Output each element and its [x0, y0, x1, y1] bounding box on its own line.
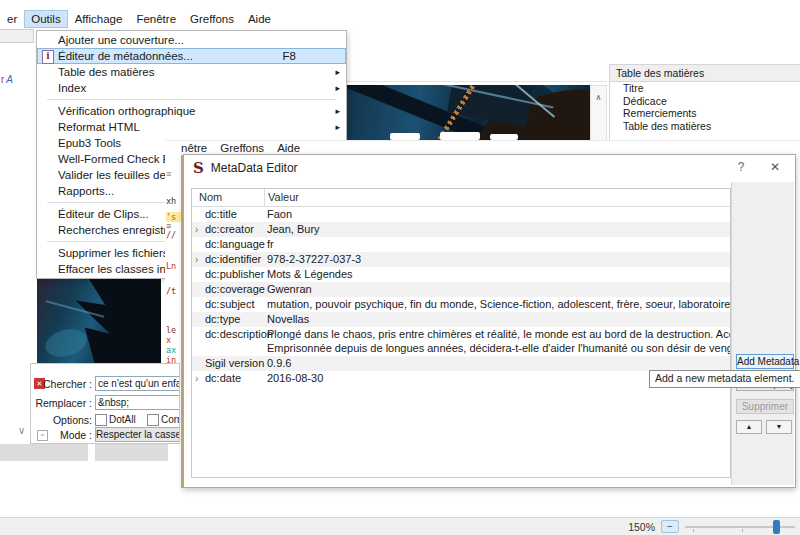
metadata-value-cell: mutation, pouvoir psychique, fin du mond…	[264, 297, 730, 312]
menu-item-label: Ajouter une couverture...	[58, 34, 184, 46]
down-arrow-icon: ▼	[776, 423, 783, 430]
menubar: erOutilsAffichageFenêtreGreffonsAide	[0, 9, 278, 29]
menubar-item-greffons[interactable]: Greffons	[183, 10, 241, 28]
status-bar: 150% −	[0, 517, 800, 535]
scroll-up-icon[interactable]: ∧	[596, 93, 602, 102]
menu-item[interactable]: iÉditeur de métadonnées...F8	[37, 48, 346, 64]
expand-arrow-icon[interactable]: ›	[195, 252, 198, 267]
table-row[interactable]: dc:titleFaon	[192, 207, 730, 222]
menu-item-label: Rapports...	[58, 185, 114, 197]
menu-item[interactable]: Ajouter une couverture...	[37, 32, 346, 48]
mode-label: Mode :	[60, 429, 92, 441]
zoom-out-button[interactable]: −	[661, 520, 679, 533]
search-label: Chercher :	[43, 378, 92, 390]
dialog-screenshot-region: nêtreGreffonsAide ≡xh's≡//Ln/tlexaxinnag…	[165, 140, 800, 488]
submenu-arrow-icon: ▸	[335, 83, 340, 93]
dotall-label: DotAll	[109, 414, 136, 425]
metadata-book-icon: i	[42, 50, 54, 64]
metadata-table[interactable]: Nom Valeur dc:titleFaon›dc:creatorJean, …	[191, 188, 731, 478]
zoom-slider-handle[interactable]	[773, 520, 780, 534]
toc-item[interactable]: Table des matières	[610, 120, 800, 133]
mode-dropdown[interactable]: Respecter la casse	[95, 427, 180, 442]
expand-arrow-icon[interactable]: ›	[195, 371, 198, 386]
dialog-title: MetaData Editor	[211, 161, 298, 175]
menubar-item-outils[interactable]: Outils	[24, 10, 67, 28]
table-row[interactable]: dc:publisherMots & Légendes	[192, 267, 730, 282]
table-row[interactable]: ›dc:identifier978-2-37227-037-3	[192, 252, 730, 267]
table-row[interactable]: dc:subjectmutation, pouvoir psychique, f…	[192, 297, 730, 312]
column-header-valeur[interactable]: Valeur	[264, 189, 730, 206]
metadata-name-cell: dc:language	[192, 237, 264, 252]
metadata-value-line: Plongé dans le chaos, pris entre chimère…	[267, 327, 730, 341]
toc-list: TitreDédicaceRemerciementsTable des mati…	[610, 82, 800, 132]
menu-item-label: Epub3 Tools	[58, 137, 121, 149]
toc-item[interactable]: Dédicace	[610, 95, 800, 108]
submenu-arrow-icon: ▸	[335, 67, 340, 77]
toolbar-format-icons: rA	[1, 74, 15, 85]
metadata-value-line: Emprisonnée depuis de longues années, dé…	[267, 341, 730, 355]
toc-item[interactable]: Titre	[610, 82, 800, 95]
menu-item[interactable]: Table des matières▸	[37, 64, 346, 80]
table-row[interactable]: dc:descriptionPlongé dans le chaos, pris…	[192, 327, 730, 356]
menubar-item-aide[interactable]: Aide	[241, 10, 278, 28]
collapse-chevron-icon[interactable]: ∨	[18, 425, 25, 436]
zoom-tick	[693, 529, 694, 532]
cover-title-letters	[440, 132, 480, 140]
add-metadata-button[interactable]: Add Metadata	[736, 354, 794, 369]
mode-icon: ≈	[37, 430, 48, 441]
move-down-button[interactable]: ▼	[766, 420, 792, 434]
dotall-checkbox[interactable]	[95, 414, 107, 426]
menu-item[interactable]: Index▸	[37, 80, 346, 96]
menubar-item-er[interactable]: er	[0, 10, 24, 28]
search-input[interactable]: ce n'est qu'un enfan	[95, 376, 180, 391]
delete-button[interactable]: Supprimer	[736, 399, 794, 414]
table-row[interactable]: dc:coverageGwenran	[192, 282, 730, 297]
code-text-fragment: Ln	[166, 261, 181, 271]
table-row[interactable]: ›dc:creatorJean, Bury	[192, 222, 730, 237]
metadata-name-cell: dc:subject	[192, 297, 264, 312]
toolbar-fragment	[0, 29, 34, 43]
table-row[interactable]: dc:languagefr	[192, 237, 730, 252]
metadata-value-cell: Faon	[264, 207, 730, 222]
metadata-name-cell: ›dc:identifier	[192, 252, 264, 267]
replace-input[interactable]: &nbsp;	[95, 395, 180, 410]
replace-label: Remplacer :	[35, 397, 92, 409]
metadata-name-cell: dc:publisher	[192, 267, 264, 282]
table-row[interactable]: dc:typeNovellas	[192, 312, 730, 327]
menu-item-label: Éditeur de Clips...	[58, 208, 149, 220]
metadata-value-cell: Gwenran	[264, 282, 730, 297]
font-color-icon[interactable]: A	[6, 74, 15, 85]
zoom-slider[interactable]	[685, 519, 795, 535]
code-text-fragment: le	[166, 325, 181, 335]
metadata-value-cell: Novellas	[264, 312, 730, 327]
cover-art-shape	[68, 278, 161, 368]
metadata-value-cell: Jean, Bury	[264, 222, 730, 237]
menubar-item-affichage[interactable]: Affichage	[68, 10, 130, 28]
pane-divider	[345, 81, 607, 82]
menu-item[interactable]: Reformat HTML▸	[37, 119, 346, 135]
dialog-help-button[interactable]: ?	[733, 160, 749, 174]
cover-art-shape	[42, 325, 89, 361]
find-replace-panel: ✕ Chercher : ce n'est qu'un enfan Rempla…	[30, 363, 180, 444]
menubar-fragment-item: nêtre	[181, 142, 207, 154]
metadata-value-cell: Mots & Légendes	[264, 267, 730, 282]
dialog-close-button[interactable]: ✕	[767, 160, 783, 174]
column-header-nom[interactable]: Nom	[192, 189, 264, 206]
code-text-fragment: ax	[166, 345, 181, 355]
menubar-item-fenêtre[interactable]: Fenêtre	[129, 10, 183, 28]
dialog-titlebar[interactable]: S MetaData Editor	[184, 155, 795, 181]
expand-arrow-icon[interactable]: ›	[195, 222, 198, 237]
menu-item-label: Table des matières	[58, 66, 155, 78]
table-row[interactable]: Sigil version0.9.6	[192, 356, 730, 371]
menu-item[interactable]: Vérification orthographique▸	[37, 103, 346, 119]
menu-item-label: Reformat HTML	[58, 121, 140, 133]
menubar-fragment-item: Aide	[277, 142, 300, 154]
preview-scrollbar[interactable]: ∧	[590, 85, 607, 142]
metadata-name-cell: dc:type	[192, 312, 264, 327]
toc-item[interactable]: Remerciements	[610, 107, 800, 120]
correspondance-checkbox[interactable]	[147, 414, 159, 426]
code-text-fragment: xh	[166, 196, 181, 206]
metadata-value-cell: 0.9.6	[264, 356, 730, 371]
metadata-table-header[interactable]: Nom Valeur	[192, 189, 730, 207]
move-up-button[interactable]: ▲	[736, 420, 762, 434]
